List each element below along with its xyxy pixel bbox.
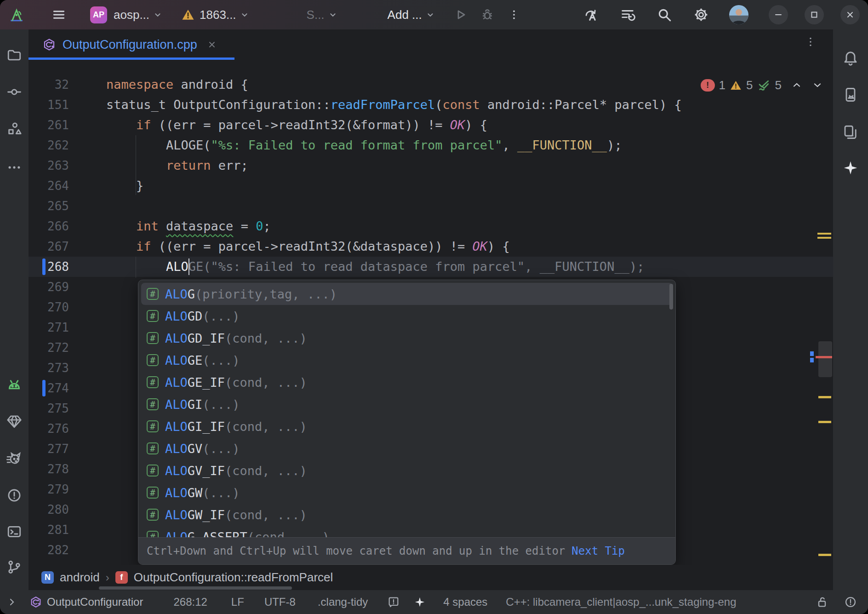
code-text[interactable] [69, 499, 106, 520]
code-text[interactable] [69, 358, 106, 378]
chevron-down-icon[interactable] [153, 10, 163, 20]
code-text[interactable] [69, 520, 106, 540]
code-line-268[interactable]: 268 ALOGE("%s: Failed to read dataspace … [29, 257, 833, 277]
line-number[interactable]: 265 [29, 196, 69, 216]
debug-button[interactable] [480, 8, 494, 22]
line-number[interactable]: 274 [29, 378, 69, 398]
line-number[interactable]: 271 [29, 317, 69, 338]
project-name[interactable]: aosp... [114, 8, 149, 22]
horizontal-scrollbar-thumb[interactable] [99, 586, 292, 590]
recent-history-icon[interactable] [620, 7, 635, 23]
inspection-widget-icon[interactable] [387, 596, 400, 608]
line-number[interactable]: 277 [29, 439, 69, 459]
next-tip-link[interactable]: Next Tip [571, 545, 625, 557]
code-text[interactable] [69, 378, 106, 398]
chevron-down-icon[interactable] [328, 10, 338, 20]
code-text[interactable] [69, 459, 106, 479]
chevron-down-icon[interactable] [240, 10, 250, 20]
minimize-button[interactable] [769, 5, 788, 24]
indent-setting[interactable]: 4 spaces [443, 596, 487, 608]
build-target[interactable]: C++: libcamera_client|aosp_...unk_stagin… [506, 596, 736, 608]
commit-icon[interactable] [6, 84, 22, 100]
completion-item-ALOG_ASSERT[interactable]: #ALOG_ASSERT(cond, ...) [141, 526, 673, 539]
run-button[interactable] [454, 8, 468, 22]
line-number[interactable]: 262 [29, 135, 69, 155]
line-number[interactable]: 151 [29, 95, 69, 115]
close-button[interactable] [840, 5, 860, 24]
code-text[interactable]: int dataspace = 0; [69, 216, 271, 236]
run-configuration[interactable]: S... [307, 8, 325, 22]
code-text[interactable] [69, 419, 106, 439]
line-number[interactable]: 268 [29, 257, 69, 277]
user-avatar[interactable] [729, 5, 748, 24]
running-devices-icon[interactable] [842, 86, 859, 103]
line-number[interactable]: 263 [29, 155, 69, 176]
version-control-branch-icon[interactable] [6, 559, 22, 575]
line-number[interactable]: 267 [29, 236, 69, 257]
code-line-263[interactable]: 263 return err; [29, 155, 833, 176]
caret-position[interactable]: 268:12 [173, 596, 207, 608]
previous-problem-chevron-icon[interactable] [791, 80, 802, 91]
structure-icon[interactable] [6, 121, 22, 137]
completion-item-ALOGD[interactable]: #ALOGD(...) [141, 305, 673, 327]
code-text[interactable]: ALOGE("%s: Failed to read format from pa… [69, 135, 622, 155]
code-text[interactable]: if ((err = parcel->readInt32(&dataspace)… [69, 236, 510, 257]
terminal-icon[interactable] [6, 524, 22, 539]
notifications-bell-icon[interactable] [842, 49, 859, 66]
code-line-265[interactable]: 265 [29, 196, 833, 216]
code-text[interactable] [69, 297, 106, 317]
line-number[interactable]: 272 [29, 338, 69, 358]
main-menu-icon[interactable] [51, 7, 66, 22]
code-line-267[interactable]: 267 if ((err = parcel->readInt32(&datasp… [29, 236, 833, 257]
line-number[interactable]: 32 [29, 75, 69, 95]
code-line-261[interactable]: 261 if ((err = parcel->readInt32(&format… [29, 115, 833, 135]
code-line-151[interactable]: 151status_t OutputConfiguration::readFro… [29, 95, 833, 115]
code-text[interactable] [69, 479, 106, 499]
settings-gear-icon[interactable] [693, 7, 709, 23]
project-badge[interactable]: AP [90, 6, 107, 23]
completion-item-ALOGI[interactable]: #ALOGI(...) [141, 393, 673, 415]
code-text[interactable] [69, 439, 106, 459]
line-number[interactable]: 266 [29, 216, 69, 236]
code-text[interactable] [69, 196, 106, 216]
code-text[interactable]: } [69, 176, 143, 196]
completion-item-ALOGE_IF[interactable]: #ALOGE_IF(cond, ...) [141, 371, 673, 393]
code-text[interactable]: return err; [69, 155, 248, 176]
tab-outputconfiguration-cpp[interactable]: OutputConfiguration.cpp [29, 29, 234, 60]
line-number[interactable]: 276 [29, 419, 69, 439]
problems-icon[interactable] [6, 488, 22, 503]
project-folder-icon[interactable] [6, 47, 22, 63]
code-text[interactable]: status_t OutputConfiguration::readFromPa… [69, 95, 682, 115]
file-encoding[interactable]: UTF-8 [264, 596, 296, 608]
inspections-widget[interactable]: ! 1 5 5 [701, 76, 823, 94]
editor-scrollbar-thumb[interactable] [818, 341, 832, 377]
completion-item-ALOG[interactable]: #ALOG(priority,tag, ...) [141, 283, 673, 305]
line-number[interactable]: 269 [29, 277, 69, 297]
tab-close-icon[interactable] [207, 40, 217, 49]
code-line-262[interactable]: 262 ALOGE("%s: Failed to read format fro… [29, 135, 833, 155]
more-toolwindows-icon[interactable] [6, 160, 22, 175]
search-icon[interactable] [657, 7, 672, 23]
code-text[interactable]: if ((err = parcel->readInt32(&format)) !… [69, 115, 487, 135]
completion-item-ALOGW_IF[interactable]: #ALOGW_IF(cond, ...) [141, 504, 673, 526]
event-log-alert-icon[interactable] [844, 596, 857, 608]
profiler-cat-icon[interactable] [6, 450, 23, 467]
code-line-266[interactable]: 266 int dataspace = 0; [29, 216, 833, 236]
inspection-profile[interactable]: .clang-tidy [318, 596, 368, 608]
completion-item-ALOGI_IF[interactable]: #ALOGI_IF(cond, ...) [141, 415, 673, 437]
completion-item-ALOGV[interactable]: #ALOGV(...) [141, 437, 673, 459]
tab-options-kebab-icon[interactable] [805, 36, 817, 48]
stripe-toggle-chevron-icon[interactable] [6, 597, 17, 608]
line-number[interactable]: 261 [29, 115, 69, 135]
line-number[interactable]: 279 [29, 479, 69, 499]
line-number[interactable]: 282 [29, 540, 69, 560]
maximize-button[interactable] [805, 5, 824, 24]
completion-item-ALOGV_IF[interactable]: #ALOGV_IF(cond, ...) [141, 459, 673, 482]
completion-item-ALOGW[interactable]: #ALOGW(...) [141, 482, 673, 504]
code-text[interactable] [69, 338, 106, 358]
completion-item-ALOGD_IF[interactable]: #ALOGD_IF(cond, ...) [141, 327, 673, 349]
code-text[interactable]: namespace android { [69, 75, 248, 95]
unlock-icon[interactable] [816, 596, 828, 608]
logcat-android-icon[interactable] [6, 377, 23, 394]
code-text[interactable]: ALOGE("%s: Failed to read dataspace from… [69, 257, 644, 277]
